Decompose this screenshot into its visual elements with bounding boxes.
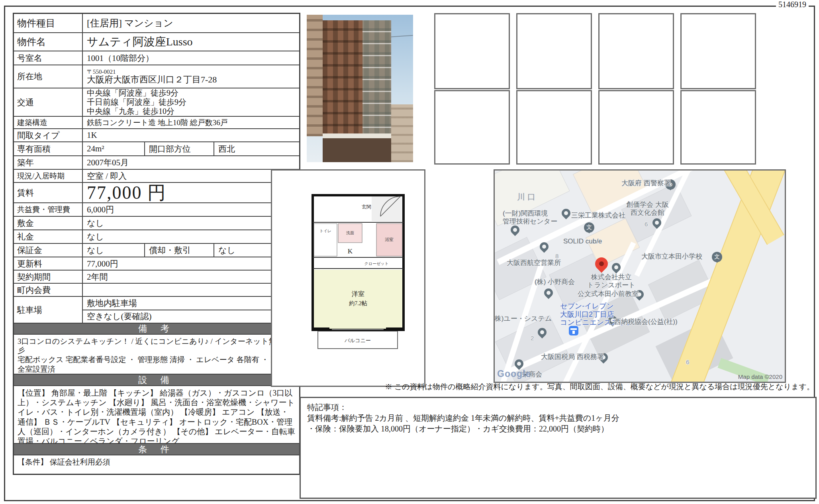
entrance-label: 玄関 (362, 204, 371, 210)
structure-value: 鉄筋コンクリート造 地上10階 総戸数36戸 (83, 117, 299, 128)
access-label: 交通 (14, 88, 83, 116)
built-year-value: 2007年05月 (83, 156, 299, 169)
photo-frame-empty (434, 13, 510, 89)
table-row: 保証金 なし 償却・敷引 なし (14, 243, 299, 257)
map-label-kumon: 公文式本田小前教室 (578, 290, 639, 298)
google-logo: Google (497, 369, 531, 379)
rent-value: 77,000 円 (83, 183, 299, 202)
special-notes-box: 特記事項： 賃料備考:解約予告 2カ月前 、短期解約違約金 1年未満の解約時、賃… (300, 397, 817, 499)
deposit-label: 敷金 (14, 217, 83, 229)
table-row: 所在地 〒550-0021 大阪府大阪市西区川口２丁目7-28 (14, 65, 299, 88)
built-year-label: 築年 (14, 156, 83, 169)
floor-area-value: 24m² (83, 142, 144, 155)
table-row: 築年 2007年05月 (14, 155, 299, 169)
floor-area-label: 専有面積 (14, 142, 83, 155)
common-fee-label: 共益費・管理費 (14, 203, 83, 216)
location-map: ⊗ 文 文 川口 大阪府 西警察署 (一財)関西環境 管理技術センター 三栄工業… (494, 169, 786, 383)
photo-frame-empty (680, 13, 756, 89)
photo-neighbor-building (307, 15, 323, 136)
facing-label: 開口部方位 (144, 142, 214, 155)
map-label-tax-office: 大阪国税局 西税務署 (541, 353, 604, 361)
washroom-label: 洗面 (346, 231, 354, 235)
entrance-floor (372, 196, 402, 221)
town-fee-value (83, 284, 299, 296)
room-size-label: 約7.2帖 (349, 300, 367, 306)
special-notes-title: 特記事項： (307, 402, 809, 413)
school-icon: 文 (712, 252, 722, 262)
key-money-label: 礼金 (14, 230, 83, 243)
table-row: 建築構造 鉄筋コンクリート造 地上10階 総戸数36戸 (14, 116, 299, 128)
map-label-number: 6 (686, 359, 689, 365)
building-photo (307, 15, 413, 162)
address-label: 所在地 (14, 65, 83, 88)
remarks-text: 3口コンロのシステムキッチン！ / 近くにコンビニあり♪ / インターネット無料… (14, 334, 299, 374)
guarantee-value: なし (83, 244, 144, 257)
property-table: 物件種目 [住居用] マンション 物件名 サムティ阿波座Lusso 号室名 10… (13, 13, 300, 475)
map-pin-icon (509, 224, 521, 236)
photo-entrance (323, 134, 391, 162)
room-name-label: 洋室 (352, 290, 364, 297)
map-label-zeikyokai: 西納税協会(公益(社)) (614, 318, 678, 326)
postal-code: 〒550-0021 (87, 69, 116, 75)
table-row: 契約期間 2年間 (14, 270, 299, 283)
toilet-label: トイレ (319, 229, 332, 233)
address-value: 大阪府大阪市西区川口２丁目7-28 (87, 75, 217, 84)
table-row: 賃料 77,000 円 (14, 182, 299, 202)
map-label-police: 大阪府 西警察署 (621, 179, 671, 187)
special-notes-line-1: 賃料備考:解約予告 2カ月前 、短期解約違約金 1年未満の解約時、賃料+共益費の… (307, 413, 809, 424)
renewal-fee-label: 更新料 (14, 257, 83, 270)
remarks-section-header: 備 考 (14, 323, 299, 334)
map-label-soka: 創価学会 大阪 西文化会館 (626, 201, 669, 216)
bathroom-label: 浴室 (385, 237, 394, 242)
kitchen-label: K (348, 247, 353, 255)
table-row: 敷金 なし (14, 216, 299, 229)
occupancy-label: 現況/入居時期 (14, 170, 83, 182)
conditions-section-header: 条 件 (14, 443, 299, 455)
map-pin-icon (542, 286, 554, 299)
property-type-value: [住居用] マンション (83, 14, 299, 32)
document-number: 5146919 (776, 0, 809, 9)
parking-value-1: 敷地内駐車場 (83, 297, 299, 310)
map-label-kansai-env: (一財)関西環境 管理技術センター (503, 210, 557, 225)
table-row: 町内会費 (14, 283, 299, 296)
deposit-value: なし (83, 217, 299, 229)
wall-segment (386, 328, 404, 331)
photo-balcony-column (362, 20, 391, 140)
map-label-solid: SOLID cub/e (563, 237, 602, 245)
store-awning (570, 328, 577, 330)
floor-plan: バルコニー 玄関 トイレ 洗面 浴室 K クローゼット 洋室 約7.2帖 (271, 169, 425, 387)
equipment-text: 【位置】 角部屋・最上階 【キッチン】 給湯器（ガス）・ガスコンロ（3口以上）・… (14, 385, 299, 443)
convenience-store-icon (569, 326, 578, 335)
photo-frame-empty (516, 13, 592, 89)
layout-type-label: 間取タイプ (14, 129, 83, 141)
layout-type-value: 1K (83, 129, 299, 141)
photo-frame-empty (516, 90, 592, 165)
table-row: 更新料 77,000円 (14, 257, 299, 270)
rent-label: 賃料 (14, 183, 83, 202)
map-label-ono: (株) 小野商会 (535, 278, 575, 286)
photo-frame-empty (434, 90, 510, 165)
room-number-label: 号室名 (14, 51, 83, 65)
map-label-sanei: 三栄工業株式会社 (571, 212, 625, 220)
map-label-honda-es: 大阪市立本田小学校 (641, 253, 702, 261)
map-label-kyoritsu: 株式会社共立 トランスポート (587, 273, 635, 289)
photo-low-building (391, 104, 413, 162)
equipment-section-header: 設 備 (14, 374, 299, 385)
store-door (572, 331, 575, 334)
property-name-label: 物件名 (14, 33, 83, 51)
room-number-value: 1001（10階部分） (83, 51, 299, 65)
photo-frame-empty (598, 13, 674, 89)
map-label-aviation: 大阪西航空営業所 (507, 259, 561, 267)
address-cell: 〒550-0021 大阪府大阪市西区川口２丁目7-28 (83, 65, 299, 88)
property-type-label: 物件種目 (14, 14, 83, 32)
map-label-area: 川口 (517, 192, 538, 202)
table-row: 号室名 1001（10階部分） (14, 51, 299, 65)
special-notes-line-2: ・保険：保険要加入 18,000円（オーナー指定）・カギ交換費用：22,000円… (307, 424, 809, 434)
guarantee-label: 保証金 (14, 244, 83, 257)
balcony-label: バルコニー (344, 337, 371, 343)
map-label-number: 2 (531, 335, 534, 341)
property-name-value: サムティ阿波座Lusso (83, 33, 299, 51)
table-row: 駐車場 敷地内駐車場 空きなし(要確認) (14, 296, 299, 323)
map-label-number: 6 (645, 221, 648, 227)
closet-label: クローゼット (364, 261, 388, 266)
